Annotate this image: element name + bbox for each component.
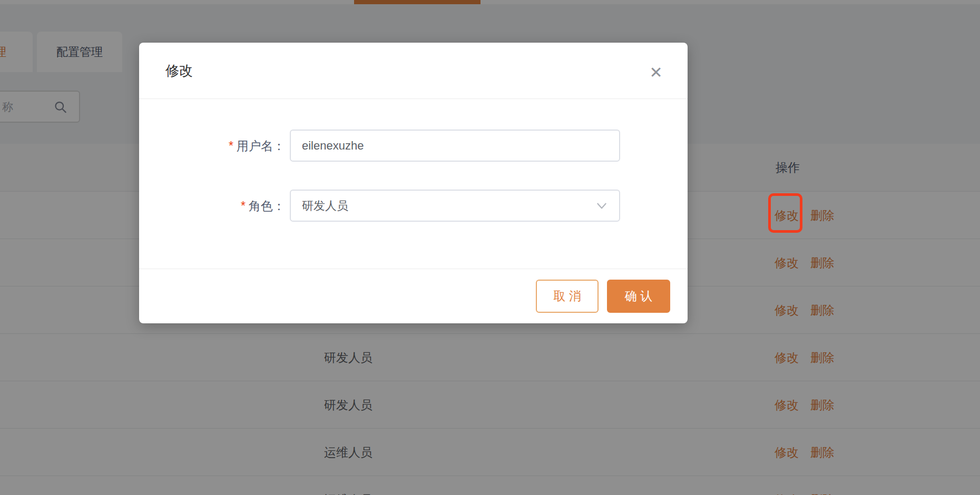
- username-label: *用户名：: [229, 137, 285, 154]
- role-form-row: *角色： 研发人员: [139, 190, 688, 222]
- dialog-title: 修改: [165, 62, 193, 80]
- role-select[interactable]: 研发人员: [290, 190, 620, 222]
- username-label-text: 用户名：: [237, 138, 285, 152]
- confirm-button[interactable]: 确 认: [607, 280, 670, 313]
- screenshot-canvas: 理 配置管理 称 操作 修改 删除 修改 删除: [0, 0, 980, 495]
- footer-divider: [139, 269, 688, 269]
- cancel-button[interactable]: 取 消: [536, 280, 599, 313]
- dialog-header: 修改 ✕: [139, 43, 688, 99]
- chevron-down-icon: [595, 199, 609, 213]
- required-mark: *: [229, 138, 233, 152]
- role-selected-value: 研发人员: [302, 198, 597, 214]
- close-icon[interactable]: ✕: [645, 62, 667, 83]
- username-field[interactable]: [290, 130, 620, 162]
- edit-dialog: 修改 ✕ *用户名： *角色： 研发人员 取 消 确 认: [139, 43, 688, 323]
- required-mark: *: [241, 199, 246, 212]
- username-input[interactable]: [302, 139, 597, 153]
- username-form-row: *用户名：: [139, 130, 688, 162]
- role-label: *角色：: [241, 197, 285, 214]
- role-label-text: 角色：: [249, 199, 285, 212]
